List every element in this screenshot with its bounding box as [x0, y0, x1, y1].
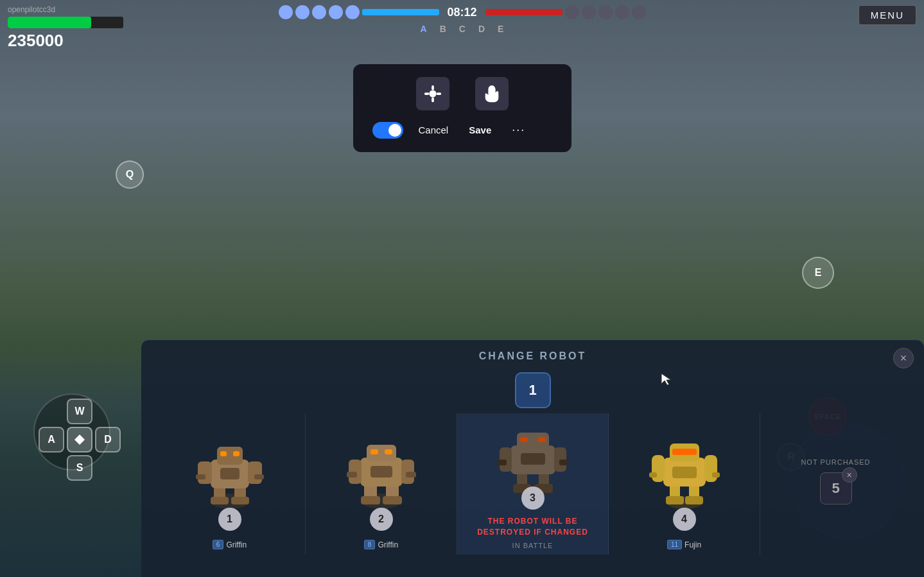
cancel-button[interactable]: Cancel	[414, 122, 454, 138]
robot-4-name-row: 11 Fujin	[667, 540, 701, 549]
more-options-button[interactable]: ···	[507, 121, 530, 139]
timer-bar-container: 08:12	[362, 6, 562, 19]
svg-rect-28	[347, 472, 357, 478]
robot-silhouette-2	[346, 437, 417, 514]
robot-img-area-1: 1	[154, 413, 305, 537]
svg-rect-55	[704, 455, 717, 482]
toggle-thumb	[388, 124, 401, 137]
robot-2-name-row: 8 Griffin	[364, 540, 398, 549]
svg-rect-17	[220, 451, 227, 456]
menu-button[interactable]: MENU	[859, 5, 916, 25]
player-name: openpilotcc3d	[8, 5, 123, 14]
joystick-icon	[423, 84, 442, 103]
capture-point-a: A	[421, 24, 427, 34]
svg-rect-47	[521, 453, 545, 465]
robot-3-number-badge: 3	[521, 487, 545, 510]
svg-rect-19	[220, 468, 240, 479]
svg-rect-46	[538, 437, 546, 442]
slot5-badge-container: × 5	[820, 472, 852, 504]
capture-points: A B C D E	[421, 24, 504, 34]
tooltip-actions-row: Cancel Save ···	[366, 121, 559, 139]
team-icons: 08:12	[279, 5, 646, 19]
svg-rect-60	[672, 467, 697, 478]
svg-rect-3	[431, 98, 434, 103]
svg-rect-10	[231, 497, 249, 504]
svg-rect-4	[424, 92, 429, 95]
team-icon-red-4	[615, 5, 629, 19]
robot-1-name: Griffin	[226, 540, 247, 549]
a-key-button[interactable]: A	[39, 427, 64, 452]
s-key-button[interactable]: S	[67, 455, 92, 481]
svg-rect-15	[254, 474, 264, 479]
robot-3-warning-text: THE ROBOT WILL BE DESTROYED IF CHANGED	[462, 516, 603, 538]
robot-slot-4[interactable]: 4 11 Fujin	[609, 413, 760, 555]
health-bar-container	[8, 17, 123, 28]
team-icon-red-3	[598, 5, 613, 19]
friendly-health-bar	[362, 9, 439, 15]
robot-silhouette-4	[649, 437, 720, 514]
touch-icon-button[interactable]	[475, 77, 509, 110]
svg-rect-32	[385, 449, 392, 454]
svg-marker-0	[74, 435, 85, 445]
team-icon-blue-4	[329, 5, 343, 19]
svg-rect-2	[431, 85, 434, 90]
d-key-button[interactable]: D	[95, 427, 121, 452]
capture-point-e: E	[498, 24, 503, 34]
hud-top: openpilotcc3d 235000 08:12 A	[0, 0, 924, 42]
w-key-button[interactable]: W	[67, 399, 92, 424]
capture-point-b: B	[440, 24, 446, 34]
svg-rect-24	[383, 496, 402, 504]
robot-2-number-badge: 2	[370, 508, 393, 531]
svg-rect-52	[685, 496, 703, 504]
center-key	[67, 427, 92, 452]
tooltip-icon-row	[416, 77, 509, 110]
q-key-button[interactable]: Q	[116, 160, 144, 189]
robot-slot-1[interactable]: 1 6 Griffin	[154, 413, 306, 555]
team-icon-blue-3	[312, 5, 326, 19]
selected-slot-badge[interactable]: 1	[515, 372, 551, 408]
robot-silhouette-1	[195, 437, 265, 514]
robot-img-area-2: 2	[306, 413, 457, 537]
svg-rect-5	[436, 92, 441, 95]
toggle-switch[interactable]	[372, 122, 403, 139]
robot-4-number-badge: 4	[673, 508, 696, 531]
robot-slot-5[interactable]: NOT PURCHASED × 5	[760, 413, 911, 555]
svg-rect-42	[498, 460, 507, 465]
svg-rect-59	[672, 449, 697, 455]
robot-img-area-3: 3	[457, 413, 608, 516]
robot-slot-3[interactable]: 3 THE ROBOT WILL BE DESTROYED IF CHANGED…	[457, 413, 609, 555]
not-purchased-label: NOT PURCHASED	[801, 458, 870, 466]
e-key-button[interactable]: E	[802, 257, 834, 289]
svg-rect-29	[406, 472, 416, 478]
capture-point-d: D	[478, 24, 485, 34]
robot-1-level: 6	[213, 540, 224, 549]
svg-rect-31	[370, 449, 378, 454]
svg-rect-9	[211, 497, 229, 504]
robot-4-level: 11	[667, 540, 682, 549]
team-icon-blue-2	[295, 5, 309, 19]
svg-point-1	[429, 90, 436, 97]
save-button[interactable]: Save	[464, 122, 496, 138]
hud-left: openpilotcc3d 235000	[8, 5, 123, 51]
svg-rect-33	[370, 466, 392, 478]
svg-rect-23	[361, 496, 380, 504]
tooltip-popup: Cancel Save ···	[353, 64, 571, 152]
svg-rect-13	[248, 461, 262, 484]
svg-rect-54	[652, 455, 665, 482]
svg-rect-56	[649, 472, 657, 478]
robot-1-number-badge: 1	[218, 508, 241, 531]
robot-slot-2[interactable]: 2 8 Griffin	[306, 413, 457, 555]
team-icon-red-5	[632, 5, 646, 19]
hud-right: MENU	[859, 5, 916, 25]
hud-center: 08:12 A B C D E	[279, 5, 646, 34]
robot-2-level: 8	[364, 540, 376, 549]
slot5-remove-button[interactable]: ×	[842, 467, 857, 483]
svg-rect-14	[196, 474, 205, 479]
wasd-grid: W A D S	[39, 399, 121, 481]
svg-rect-45	[520, 437, 528, 442]
modal-close-button[interactable]: ×	[893, 348, 914, 368]
robots-row: 1 6 Griffin	[141, 413, 924, 555]
score-display: 235000	[8, 31, 123, 51]
robot-2-name: Griffin	[378, 540, 398, 549]
joystick-icon-button[interactable]	[416, 77, 449, 110]
